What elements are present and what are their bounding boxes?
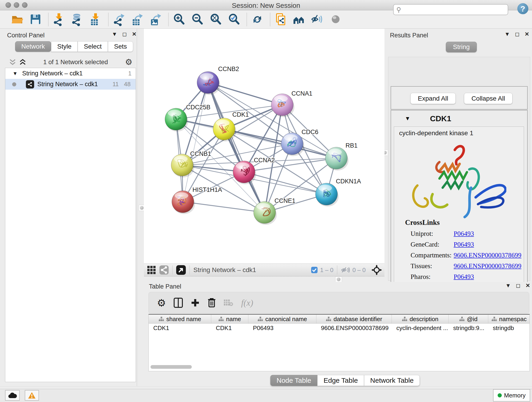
table-cell[interactable]: stringdb (488, 325, 530, 332)
help-button[interactable]: ? (517, 3, 528, 14)
column-header-database-identifier[interactable]: database identifier (317, 315, 392, 323)
expand-all-icon[interactable] (19, 58, 26, 66)
network-collection-row[interactable]: ▼ String Network – cdk1 1 (5, 68, 136, 79)
tab-style[interactable]: Style (51, 41, 78, 52)
open-session-button[interactable] (10, 12, 24, 27)
tab-network[interactable]: Network (15, 41, 51, 52)
memory-button[interactable]: Memory (493, 389, 530, 402)
node-table[interactable]: shared namenamecanonical namedatabase id… (148, 314, 530, 371)
column-header-namespac[interactable]: namespac (488, 315, 530, 323)
column-header-name[interactable]: name (211, 315, 248, 323)
import-network-file-button[interactable] (52, 12, 66, 27)
crosslink-link[interactable]: P06493 (454, 241, 474, 248)
import-network-database-button[interactable] (70, 12, 84, 27)
float-results-button[interactable]: ▼ (505, 31, 510, 37)
edge-CCNB2-HIST1H1A[interactable] (183, 83, 208, 202)
column-header--id[interactable]: @id (449, 315, 488, 323)
float-table-button[interactable]: ▼ (505, 282, 511, 289)
hidden-eye-icon[interactable] (341, 266, 350, 274)
float-panel-button[interactable]: ▼ (112, 31, 117, 37)
protein-structure-image (405, 140, 506, 220)
results-panel-title: Results Panel (390, 32, 428, 39)
refresh-button[interactable] (250, 12, 264, 27)
network-row-selected[interactable]: String Network – cdk1 11 48 (5, 79, 136, 89)
search-box[interactable]: ⚲ (393, 4, 508, 15)
toolbar-separator (168, 13, 169, 26)
node-CDKN1A[interactable]: CDKN1A (316, 178, 361, 206)
tab-node-table[interactable]: Node Table (270, 375, 317, 386)
network-options-gear-icon[interactable]: ⚙ (125, 57, 133, 67)
table-cell[interactable]: stringdb:9... (449, 325, 488, 332)
network-tree: ▼ String Network – cdk1 1 String Network… (5, 68, 136, 382)
import-table-button[interactable] (89, 12, 103, 27)
table-row[interactable]: CDK1CDK1P064939606.ENSP00000378699cyclin… (149, 324, 530, 332)
selected-checkbox-icon[interactable] (311, 267, 318, 274)
column-header-shared-name[interactable]: shared name (149, 315, 211, 323)
protein-expander-icon[interactable]: ▼ (405, 115, 410, 122)
birds-eye-view-icon[interactable] (176, 265, 186, 275)
delete-column-trash-icon[interactable] (208, 298, 216, 308)
string-import-button[interactable] (273, 12, 288, 27)
crosslink-link[interactable]: P06493 (454, 230, 474, 237)
sphere-button[interactable] (329, 12, 343, 27)
protein-header[interactable]: ▼ CDK1 (391, 110, 527, 127)
column-header-canonical-name[interactable]: canonical name (248, 315, 317, 323)
tab-sets[interactable]: Sets (108, 41, 133, 52)
add-column-plus-icon[interactable] (191, 298, 200, 307)
node-label-CDK1: CDK1 (232, 111, 249, 118)
save-session-button[interactable] (28, 12, 43, 27)
home-button[interactable] (292, 12, 306, 27)
collapse-all-icon[interactable] (9, 58, 16, 66)
table-cell[interactable]: P06493 (248, 325, 317, 332)
tab-select[interactable]: Select (78, 41, 108, 52)
edge-HIST1H1A-CCNE1[interactable] (183, 202, 265, 212)
close-table-button[interactable]: ✕ (526, 282, 530, 289)
crosslink-link[interactable]: P06493 (454, 273, 474, 281)
crosslink-link[interactable]: 9606.ENSP00000378699 (454, 262, 521, 270)
node-HIST1H1A[interactable]: HIST1H1A (172, 186, 222, 214)
table-type-tabs: Node Table Edge Table Network Table (270, 375, 420, 386)
table-cell[interactable]: 9606.ENSP00000378699 (317, 325, 392, 332)
tab-string[interactable]: String (446, 42, 477, 52)
horizontal-splitter-handle[interactable] (335, 276, 342, 282)
maximize-panel-button[interactable]: ◻ (122, 31, 127, 37)
crosslink-link[interactable]: 9606.ENSP00000378699 (454, 251, 521, 259)
export-network-button[interactable] (112, 12, 126, 27)
network-selection-status: 1 of 1 Network selected (26, 59, 125, 66)
hide-display-button[interactable] (310, 12, 324, 27)
zoom-fit-button[interactable] (209, 12, 223, 27)
table-cell[interactable]: CDK1 (211, 325, 248, 332)
show-columns-icon[interactable] (174, 298, 183, 308)
zoom-in-button[interactable] (172, 12, 186, 27)
table-cell[interactable]: CDK1 (149, 325, 211, 332)
grid-mode-icon[interactable] (147, 266, 156, 274)
zoom-out-button[interactable] (190, 12, 204, 27)
close-panel-button[interactable]: ✕ (132, 31, 137, 37)
maximize-results-button[interactable]: ◻ (515, 31, 520, 37)
network-share-icon[interactable] (159, 265, 169, 274)
collection-expander-icon[interactable]: ▼ (13, 70, 18, 77)
table-cell[interactable]: cyclin-dependent ... (392, 325, 449, 332)
crosslink-label: Compartments: (411, 251, 454, 259)
collapse-all-button[interactable]: Collapse All (464, 93, 513, 104)
export-table-button[interactable] (130, 12, 144, 27)
search-input[interactable] (403, 6, 508, 13)
expand-all-button[interactable]: Expand All (410, 93, 456, 104)
close-results-button[interactable]: ✕ (525, 31, 529, 37)
column-header-description[interactable]: description (392, 315, 449, 323)
node-CCNA1[interactable]: CCNA1 (271, 90, 312, 117)
export-image-button[interactable] (148, 12, 163, 27)
search-icon: ⚲ (396, 6, 401, 13)
tab-edge-table[interactable]: Edge Table (317, 375, 364, 386)
warning-button[interactable] (25, 390, 39, 401)
cloud-button[interactable] (5, 390, 20, 401)
maximize-table-button[interactable]: ◻ (516, 282, 520, 289)
node-CDK1[interactable]: CDK1 (213, 111, 249, 141)
node-RB1[interactable]: RB1 (325, 142, 358, 171)
navigator-crosshair-icon[interactable] (372, 265, 382, 275)
table-settings-gear-icon[interactable]: ⚙ (157, 297, 166, 309)
network-canvas[interactable]: CCNB2 CCNA1 CDC25B CDK1 CDC6 RB1 CCNB1 C… (144, 29, 385, 264)
table-horizontal-scrollbar[interactable] (151, 365, 192, 369)
tab-network-table[interactable]: Network Table (364, 375, 420, 386)
zoom-selected-button[interactable] (227, 12, 241, 27)
